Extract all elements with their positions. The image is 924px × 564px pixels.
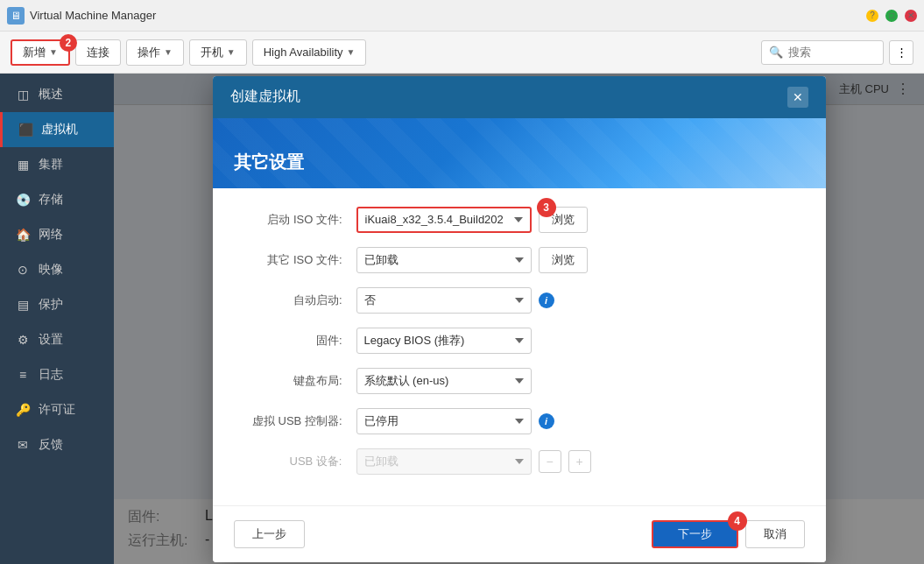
modal-banner-title: 其它设置 [234,151,304,174]
maximize-btn[interactable]: □ [885,10,898,22]
boot-iso-select[interactable]: iKuai8_x32_3.5.4_Build202 [356,207,532,233]
license-icon: 🔑 [14,401,32,419]
app-icon: 🖥 [7,7,25,25]
footer-action-group: 下一步 4 取消 [652,520,805,548]
search-icon: 🔍 [769,46,783,59]
usb-controller-info-icon[interactable]: i [539,413,554,429]
modal-banner: 其它设置 [213,118,826,188]
usb-controller-control: 已停用 i [356,408,805,434]
usb-device-control: 已卸载 − + [356,448,805,475]
usb-plus-button[interactable]: + [568,450,591,473]
step-4-badge: 4 [728,511,747,531]
cancel-button[interactable]: 取消 [745,520,805,548]
sidebar-item-storage[interactable]: 💿 存储 [0,182,114,217]
modal-title: 创建虚拟机 [230,88,300,106]
firmware-select[interactable]: Legacy BIOS (推荐) [356,328,532,354]
back-button[interactable]: 上一步 [234,520,305,548]
ha-dropdown-arrow: ▼ [347,47,356,57]
power-button[interactable]: 开机 ▼ [189,39,247,66]
search-box[interactable]: 🔍 [761,40,884,65]
usb-controller-row: 虚拟 USB 控制器: 已停用 i [234,407,805,435]
boot-iso-control: iKuai8_x32_3.5.4_Build202 3 浏览 [356,207,805,233]
auto-start-info-icon[interactable]: i [539,293,554,308]
new-badge: 2 [60,34,77,52]
other-iso-label: 其它 ISO 文件: [234,252,356,268]
sidebar-item-settings[interactable]: ⚙ 设置 [0,322,114,357]
usb-minus-button[interactable]: − [539,450,561,473]
modal-body: 启动 ISO 文件: iKuai8_x32_3.5.4_Build202 3 浏… [213,188,826,505]
protection-icon: ▤ [14,296,32,314]
other-iso-select[interactable]: 已卸载 [356,247,532,273]
modal-header: 创建虚拟机 ✕ [213,76,826,118]
auto-start-row: 自动启动: 否 i [234,286,805,314]
auto-start-control: 否 i [356,287,805,314]
boot-iso-row: 启动 ISO 文件: iKuai8_x32_3.5.4_Build202 3 浏… [234,206,805,234]
window-controls: ? □ ✕ [866,10,917,22]
modal-footer: 上一步 下一步 4 取消 [213,505,826,562]
new-dropdown-arrow: ▼ [49,47,58,57]
operate-dropdown-arrow: ▼ [164,47,173,57]
sidebar-item-protection[interactable]: ▤ 保护 [0,287,114,322]
sidebar-item-image[interactable]: ⊙ 映像 [0,252,114,287]
ha-button[interactable]: High Availability ▼ [252,39,367,66]
image-icon: ⊙ [14,261,32,278]
power-dropdown-arrow: ▼ [227,47,236,57]
sidebar-item-feedback[interactable]: ✉ 反馈 [0,427,114,462]
boot-iso-label: 启动 ISO 文件: [234,212,356,228]
operate-button[interactable]: 操作 ▼ [126,39,184,66]
keyboard-label: 键盘布局: [234,373,356,389]
usb-device-row: USB 设备: 已卸载 − + [234,448,805,476]
firmware-control: Legacy BIOS (推荐) [356,328,805,354]
overview-icon: ◫ [14,86,32,103]
sidebar-item-license[interactable]: 🔑 许可证 [0,392,114,427]
feedback-icon: ✉ [14,436,32,454]
sidebar-item-logs[interactable]: ≡ 日志 [0,357,114,392]
firmware-label: 固件: [234,333,356,349]
storage-icon: 💿 [14,191,32,208]
next-button[interactable]: 下一步 [652,520,738,548]
connect-button[interactable]: 连接 [75,39,121,66]
title-bar: 🖥 Virtual Machine Manager ? □ ✕ [0,0,924,32]
firmware-row: 固件: Legacy BIOS (推荐) [234,327,805,355]
usb-device-select[interactable]: 已卸载 [356,448,532,475]
keyboard-select[interactable]: 系统默认 (en-us) [356,368,532,394]
sidebar-item-network[interactable]: 🏠 网络 [0,217,114,252]
content-area: 主机 CPU ⋮ 固件: Legacy BIOS 运行主机: - 创建虚拟机 ✕ [114,74,924,564]
sidebar: ◫ 概述 ⬛ 虚拟机 ▦ 集群 💿 存储 🏠 网络 ⊙ 映像 ▤ 保护 ⚙ [0,74,114,564]
other-iso-row: 其它 ISO 文件: 已卸载 浏览 [234,246,805,274]
create-vm-modal: 创建虚拟机 ✕ 其它设置 启动 ISO 文件: iKu [213,76,826,562]
sidebar-item-overview[interactable]: ◫ 概述 [0,77,114,112]
main-area: ◫ 概述 ⬛ 虚拟机 ▦ 集群 💿 存储 🏠 网络 ⊙ 映像 ▤ 保护 ⚙ [0,74,924,564]
network-icon: 🏠 [14,226,32,243]
keyboard-control: 系统默认 (en-us) [356,368,805,394]
usb-controller-label: 虚拟 USB 控制器: [234,413,356,429]
modal-overlay: 创建虚拟机 ✕ 其它设置 启动 ISO 文件: iKu [114,74,924,564]
step-3-badge: 3 [537,198,556,217]
other-iso-browse-button[interactable]: 浏览 [539,247,588,273]
keyboard-row: 键盘布局: 系统默认 (en-us) [234,367,805,395]
sidebar-item-cluster[interactable]: ▦ 集群 [0,147,114,182]
usb-device-label: USB 设备: [234,454,356,469]
close-btn[interactable]: ✕ [905,10,917,22]
modal-close-button[interactable]: ✕ [787,87,808,108]
usb-controller-select[interactable]: 已停用 [356,408,532,434]
settings-icon: ⚙ [14,331,32,349]
auto-start-select[interactable]: 否 [356,287,532,314]
minimize-btn[interactable]: ? [866,10,878,22]
sidebar-item-vm[interactable]: ⬛ 虚拟机 [0,112,114,147]
logs-icon: ≡ [14,366,32,384]
auto-start-label: 自动启动: [234,293,356,308]
search-input[interactable] [788,46,876,59]
other-iso-control: 已卸载 浏览 [356,247,805,273]
vm-icon: ⬛ [17,121,34,138]
window-title: Virtual Machine Manager [30,9,156,22]
more-options-button[interactable]: ⋮ [889,40,913,65]
toolbar: 新增 ▼ 2 连接 操作 ▼ 开机 ▼ High Availability ▼ … [0,32,924,74]
cluster-icon: ▦ [14,156,32,173]
